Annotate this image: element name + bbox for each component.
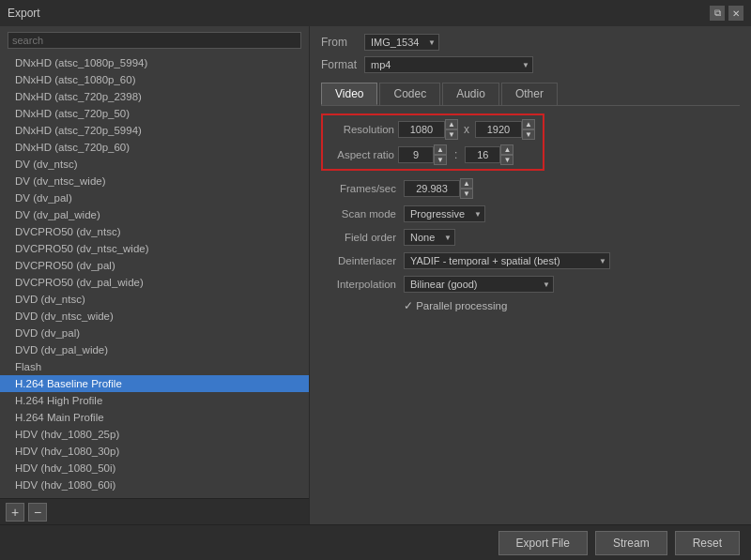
resolution-aspect-box: Resolution ▲ ▼ x xyxy=(321,114,544,171)
fps-up[interactable]: ▲ xyxy=(460,178,473,189)
fps-group: ▲ ▼ xyxy=(404,178,473,199)
field-row: Field order None xyxy=(321,229,740,246)
scan-select-wrap: Progressive xyxy=(404,205,485,222)
scan-label: Scan mode xyxy=(321,208,396,219)
aspect-w-down[interactable]: ▼ xyxy=(434,155,447,165)
interpolation-select[interactable]: Bilinear (good) xyxy=(404,276,554,293)
export-file-button[interactable]: Export File xyxy=(498,531,588,555)
resolution-height-up[interactable]: ▲ xyxy=(522,119,535,129)
list-item[interactable]: DV (dv_ntsc) xyxy=(0,156,309,173)
add-button[interactable]: + xyxy=(6,503,24,522)
field-select-wrap: None xyxy=(404,229,455,246)
x-separator: x xyxy=(464,123,469,136)
resolution-height-down[interactable]: ▼ xyxy=(522,129,535,140)
interpolation-select-wrap: Bilinear (good) xyxy=(404,276,554,293)
tab-audio[interactable]: Audio xyxy=(442,83,499,105)
resolution-row: Resolution ▲ ▼ x xyxy=(330,119,535,140)
list-item[interactable]: DVD (dv_pal_wide) xyxy=(0,341,309,358)
list-item[interactable]: DNxHD (atsc_720p_50) xyxy=(0,105,309,122)
aspect-w-up[interactable]: ▲ xyxy=(434,144,447,155)
aspect-label: Aspect ratio xyxy=(330,149,394,160)
bottom-bar: Export File Stream Reset xyxy=(0,524,751,560)
search-bar xyxy=(0,26,309,54)
list-item[interactable]: HDV (hdv_1080_25p) xyxy=(0,426,309,443)
list-item[interactable]: DNxHD (atsc_720p_2398) xyxy=(0,88,309,105)
list-item[interactable]: DVCPRO50 (dv_pal_wide) xyxy=(0,274,309,291)
aspect-h-up[interactable]: ▲ xyxy=(500,144,513,155)
list-item[interactable]: H.264 Main Profile xyxy=(0,409,309,426)
format-list: DNxHD (atsc_1080p_5994)DNxHD (atsc_1080p… xyxy=(0,54,309,498)
list-item[interactable]: HDV (hdv_1080_60i) xyxy=(0,477,309,493)
tab-other[interactable]: Other xyxy=(501,83,558,105)
restore-button[interactable]: ⧉ xyxy=(710,6,725,21)
parallel-label: ✓ Parallel processing xyxy=(404,299,507,312)
list-item[interactable]: DV (dv_pal) xyxy=(0,189,309,206)
right-panel: From IMG_1534 Format mp4 VideoCodecAudio xyxy=(310,26,751,524)
list-item[interactable]: DV (dv_ntsc_wide) xyxy=(0,173,309,189)
list-item[interactable]: H.264 Baseline Profile xyxy=(0,375,309,392)
scan-row: Scan mode Progressive xyxy=(321,205,740,222)
list-item[interactable]: DNxHD (atsc_1080p_60) xyxy=(0,71,309,88)
deinterlacer-select[interactable]: YADIF - temporal + spatial (best) xyxy=(404,252,610,269)
fps-arrows: ▲ ▼ xyxy=(460,178,473,199)
resolution-width-down[interactable]: ▼ xyxy=(445,129,458,140)
list-item[interactable]: HDV (hdv_1080_30p) xyxy=(0,443,309,460)
list-item[interactable]: Flash xyxy=(0,358,309,375)
format-dropdown-wrap: mp4 xyxy=(364,56,533,73)
list-item[interactable]: DVCPRO50 (dv_pal) xyxy=(0,257,309,274)
fps-down[interactable]: ▼ xyxy=(460,189,473,199)
format-row: Format mp4 xyxy=(321,56,740,73)
search-input[interactable] xyxy=(8,32,301,49)
list-item[interactable]: DVD (dv_ntsc_wide) xyxy=(0,308,309,325)
aspect-row: Aspect ratio ▲ ▼ : xyxy=(330,144,535,165)
aspect-h-down[interactable]: ▼ xyxy=(500,155,513,165)
fps-input[interactable] xyxy=(404,180,460,197)
scan-select[interactable]: Progressive xyxy=(404,205,485,222)
from-dropdown[interactable]: IMG_1534 xyxy=(364,34,439,51)
reset-button[interactable]: Reset xyxy=(675,531,740,555)
tab-codec[interactable]: Codec xyxy=(379,83,440,105)
format-dropdown[interactable]: mp4 xyxy=(364,56,533,73)
resolution-width-up[interactable]: ▲ xyxy=(445,119,458,129)
deinterlacer-label: Deinterlacer xyxy=(321,255,396,266)
list-item[interactable]: DVD (dv_ntsc) xyxy=(0,291,309,308)
list-item[interactable]: DNxHD (atsc_720p_5994) xyxy=(0,122,309,139)
field-select[interactable]: None xyxy=(404,229,455,246)
resolution-width-group: ▲ ▼ xyxy=(398,119,458,140)
aspect-width-input[interactable] xyxy=(398,146,434,163)
window-controls: ⧉ ✕ xyxy=(710,6,743,21)
title-bar: Export ⧉ ✕ xyxy=(0,0,751,26)
export-window: Export ⧉ ✕ DNxHD (atsc_1080p_5994)DNxHD … xyxy=(0,0,751,560)
main-content: DNxHD (atsc_1080p_5994)DNxHD (atsc_1080p… xyxy=(0,26,751,524)
resolution-height-input[interactable] xyxy=(475,121,522,138)
stream-button[interactable]: Stream xyxy=(595,531,667,555)
list-item[interactable]: DVD (dv_pal) xyxy=(0,325,309,341)
from-row: From IMG_1534 xyxy=(321,34,740,51)
interpolation-label: Interpolation xyxy=(321,279,396,290)
list-item[interactable]: DNxHD (atsc_1080p_5994) xyxy=(0,54,309,71)
aspect-w-arrows: ▲ ▼ xyxy=(434,144,447,165)
resolution-width-arrows: ▲ ▼ xyxy=(445,119,458,140)
from-dropdown-wrap: IMG_1534 xyxy=(364,34,439,51)
list-item[interactable]: HDV (hdv_1080_50i) xyxy=(0,460,309,477)
left-panel: DNxHD (atsc_1080p_5994)DNxHD (atsc_1080p… xyxy=(0,26,310,524)
list-item[interactable]: DNxHD (atsc_720p_60) xyxy=(0,139,309,156)
interpolation-row: Interpolation Bilinear (good) xyxy=(321,276,740,293)
field-label: Field order xyxy=(321,232,396,243)
deinterlacer-row: Deinterlacer YADIF - temporal + spatial … xyxy=(321,252,740,269)
aspect-w-group: ▲ ▼ xyxy=(398,144,447,165)
resolution-width-input[interactable] xyxy=(398,121,445,138)
video-settings: Resolution ▲ ▼ x xyxy=(321,114,740,517)
list-item[interactable]: DV (dv_pal_wide) xyxy=(0,206,309,223)
tab-video[interactable]: Video xyxy=(321,83,377,105)
deinterlacer-select-wrap: YADIF - temporal + spatial (best) xyxy=(404,252,610,269)
parallel-row: ✓ Parallel processing xyxy=(404,299,740,312)
remove-button[interactable]: − xyxy=(28,503,47,522)
aspect-height-input[interactable] xyxy=(465,146,500,163)
fps-row: Frames/sec ▲ ▼ xyxy=(321,178,740,199)
list-item[interactable]: DVCPRO50 (dv_ntsc) xyxy=(0,223,309,240)
close-button[interactable]: ✕ xyxy=(728,6,743,21)
list-item[interactable]: H.264 High Profile xyxy=(0,392,309,409)
list-item[interactable]: DVCPRO50 (dv_ntsc_wide) xyxy=(0,240,309,257)
resolution-height-group: ▲ ▼ xyxy=(475,119,535,140)
